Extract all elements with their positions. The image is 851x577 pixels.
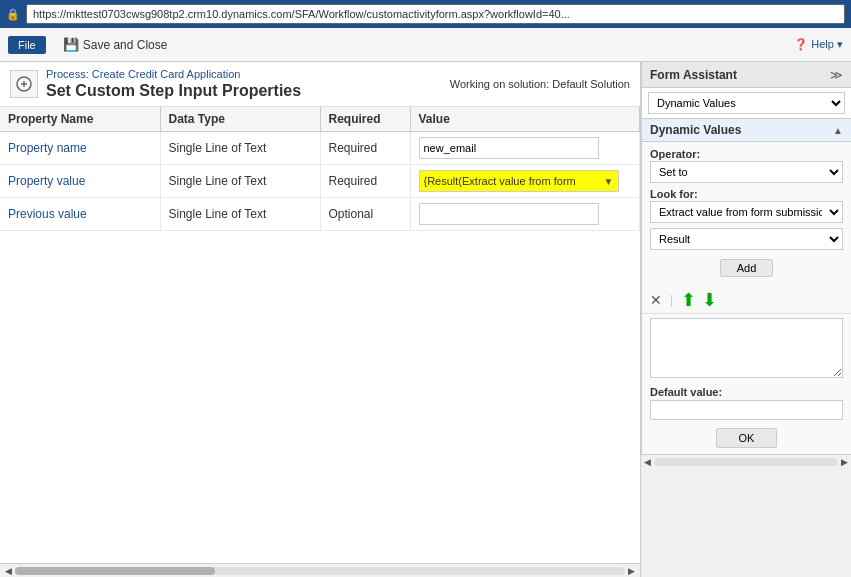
value-input-1[interactable] (419, 137, 599, 159)
scroll-right-arrow[interactable]: ▶ (625, 566, 638, 576)
browser-chrome: 🔒 (0, 0, 851, 28)
fa-result-dropdown[interactable]: Result (650, 228, 843, 250)
col-data-type: Data Type (160, 107, 320, 132)
fa-lookfor-group: Look for: Extract value from form submis… (650, 188, 843, 223)
required-1: Required (320, 132, 410, 165)
lock-icon: 🔒 (6, 8, 20, 21)
dynamic-value-text: {Result(Extract value from form (424, 175, 602, 187)
value-cell-3 (410, 198, 640, 231)
url-bar[interactable] (26, 4, 845, 24)
file-button[interactable]: File (8, 36, 46, 54)
fa-section-header: Dynamic Values ▲ (642, 119, 851, 142)
fa-section-collapse[interactable]: ▲ (833, 125, 843, 136)
solution-label: Working on solution: Default Solution (450, 78, 630, 90)
data-type-1: Single Line of Text (160, 132, 320, 165)
fa-ok-button[interactable]: OK (716, 428, 778, 448)
prop-name-2[interactable]: Property value (0, 165, 160, 198)
process-info: Process: Create Credit Card Application … (46, 68, 301, 100)
required-2: Required (320, 165, 410, 198)
table-row: Property name Single Line of Text Requir… (0, 132, 640, 165)
form-assistant-panel: Form Assistant ≫ Dynamic Values Dynamic … (641, 62, 851, 454)
save-icon: 💾 (63, 37, 79, 52)
left-panel: Process: Create Credit Card Application … (0, 62, 641, 577)
process-link[interactable]: Process: Create Credit Card Application (46, 68, 301, 80)
col-value: Value (410, 107, 640, 132)
fa-move-down-icon[interactable]: ⬇ (702, 289, 717, 311)
fa-lookfor-dropdown[interactable]: Extract value from form submission (650, 201, 843, 223)
fa-lookfor-label: Look for: (650, 188, 843, 200)
value-cell-2: {Result(Extract value from form ▼ (410, 165, 640, 198)
fa-move-up-icon[interactable]: ⬆ (681, 289, 696, 311)
process-icon (10, 70, 38, 98)
fa-add-button[interactable]: Add (720, 259, 774, 277)
help-button[interactable]: ❓ Help ▾ (794, 38, 843, 51)
fa-divider-1: | (670, 293, 673, 307)
prop-name-3[interactable]: Previous value (0, 198, 160, 231)
fa-header: Form Assistant ≫ (642, 62, 851, 88)
fa-operator-group: Operator: Set to (650, 148, 843, 183)
data-type-2: Single Line of Text (160, 165, 320, 198)
fa-operator-dropdown[interactable]: Set to (650, 161, 843, 183)
fa-default-section: Default value: (642, 382, 851, 422)
fa-top-dropdown-row: Dynamic Values (642, 88, 851, 119)
fa-text-area[interactable] (650, 318, 843, 378)
dynamic-dropdown-arrow[interactable]: ▼ (604, 176, 614, 187)
value-cell-1 (410, 132, 640, 165)
fa-default-input[interactable] (650, 400, 843, 420)
data-type-3: Single Line of Text (160, 198, 320, 231)
fa-operator-label: Operator: (650, 148, 843, 160)
toolbar: File 💾 Save and Close ❓ Help ▾ (0, 28, 851, 62)
fa-scroll-left[interactable]: ◀ (641, 457, 654, 467)
scroll-track[interactable] (15, 567, 625, 575)
col-required: Required (320, 107, 410, 132)
fa-scroll-track[interactable] (654, 458, 838, 466)
scroll-left-arrow[interactable]: ◀ (2, 566, 15, 576)
properties-table-container: Property Name Data Type Required Value P… (0, 107, 640, 231)
col-property-name: Property Name (0, 107, 160, 132)
fa-delete-icon[interactable]: ✕ (650, 292, 662, 308)
prop-name-1[interactable]: Property name (0, 132, 160, 165)
scroll-thumb[interactable] (15, 567, 215, 575)
right-panel-wrapper: Form Assistant ≫ Dynamic Values Dynamic … (641, 62, 851, 577)
required-3: Optional (320, 198, 410, 231)
process-header: Process: Create Credit Card Application … (0, 62, 640, 107)
table-row: Previous value Single Line of Text Optio… (0, 198, 640, 231)
fa-action-row: ✕ | ⬆ ⬇ (642, 287, 851, 314)
fa-default-label: Default value: (650, 386, 843, 398)
table-row: Property value Single Line of Text Requi… (0, 165, 640, 198)
horizontal-scrollbar[interactable]: ◀ ▶ (0, 563, 640, 577)
fa-top-dropdown[interactable]: Dynamic Values (648, 92, 845, 114)
fa-expand-icon[interactable]: ≫ (830, 68, 843, 82)
fa-section-title: Dynamic Values (650, 123, 741, 137)
fa-bottom-scroll[interactable]: ◀ ▶ (641, 454, 851, 468)
page-title: Set Custom Step Input Properties (46, 82, 301, 100)
fa-title: Form Assistant (650, 68, 830, 82)
fa-scroll-right[interactable]: ▶ (838, 457, 851, 467)
save-close-button[interactable]: 💾 Save and Close (54, 34, 177, 55)
main-area: Process: Create Credit Card Application … (0, 62, 851, 577)
value-input-3[interactable] (419, 203, 599, 225)
fa-ok-row: OK (642, 422, 851, 454)
fa-body: Operator: Set to Look for: Extract value… (642, 142, 851, 287)
dynamic-value-field[interactable]: {Result(Extract value from form ▼ (419, 170, 619, 192)
properties-table: Property Name Data Type Required Value P… (0, 107, 640, 231)
save-close-label: Save and Close (83, 38, 168, 52)
